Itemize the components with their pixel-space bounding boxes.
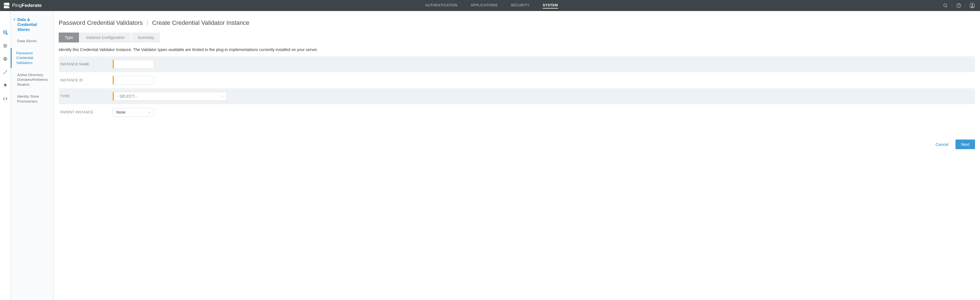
tools-icon[interactable] — [3, 70, 8, 75]
input-instance-name[interactable] — [113, 60, 154, 69]
sidebar-heading: Data & Credential Stores — [18, 17, 50, 32]
brand-name: PingFederate — [12, 3, 41, 8]
chevron-down-icon — [148, 110, 151, 114]
next-button[interactable]: Next — [956, 139, 975, 149]
tab-summary[interactable]: Summary — [131, 32, 160, 43]
header-separator — [952, 3, 952, 8]
wizard-tabs: Type Instance Configuration Summary — [59, 32, 975, 43]
main-content: Password Credential Validators | Create … — [54, 11, 980, 300]
search-icon[interactable] — [942, 2, 949, 10]
svg-point-17 — [6, 70, 7, 71]
svg-point-13 — [6, 46, 6, 46]
brand-name-suffix: Federate — [22, 3, 41, 8]
icon-rail — [0, 11, 11, 300]
svg-point-12 — [4, 44, 5, 45]
help-icon[interactable] — [955, 2, 963, 10]
app-header: Ping PingFederate AUTHENTICATION APPLICA… — [0, 0, 980, 11]
tab-instance-configuration[interactable]: Instance Configuration — [80, 32, 130, 43]
app-body: Data & Credential Stores Data Stores Pas… — [0, 11, 980, 300]
cancel-button[interactable]: Cancel — [935, 142, 948, 147]
label-instance-name: INSTANCE NAME — [60, 62, 113, 66]
wizard-actions: Cancel Next — [59, 139, 975, 149]
nav-applications[interactable]: APPLICATIONS — [471, 3, 498, 8]
brand-name-prefix: Ping — [12, 3, 22, 8]
database-icon[interactable] — [3, 30, 8, 35]
form: INSTANCE NAME INSTANCE ID TYPE - SELECT … — [59, 56, 975, 120]
svg-point-5 — [972, 4, 973, 5]
sliders-icon[interactable] — [3, 43, 8, 48]
select-type[interactable]: - SELECT - — [113, 92, 227, 101]
input-instance-id[interactable] — [113, 76, 154, 85]
nav-security[interactable]: SECURITY — [511, 3, 530, 8]
code-icon[interactable] — [3, 96, 8, 102]
page-title: Password Credential Validators | Create … — [59, 19, 975, 27]
svg-point-16 — [3, 73, 4, 74]
label-type: TYPE — [60, 94, 113, 98]
row-instance-name: INSTANCE NAME — [59, 56, 975, 72]
select-parent-instance[interactable]: None — [113, 108, 154, 116]
user-icon[interactable] — [969, 2, 976, 10]
sidebar-item-password-validators[interactable]: Password Credential Validators — [11, 48, 53, 68]
sidebar-item-data-stores[interactable]: Data Stores — [11, 36, 53, 46]
chevron-down-icon — [220, 94, 224, 98]
svg-line-8 — [8, 35, 8, 35]
nav-authentication[interactable]: AUTHENTICATION — [425, 3, 457, 8]
sidebar-back-link[interactable]: Data & Credential Stores — [11, 17, 53, 34]
label-instance-id: INSTANCE ID — [60, 78, 113, 82]
row-parent-instance: PARENT INSTANCE None — [59, 104, 975, 120]
svg-point-6 — [3, 30, 6, 32]
brand: Ping PingFederate — [4, 3, 41, 8]
breadcrumb-parent: Password Credential Validators — [59, 19, 143, 27]
svg-line-1 — [946, 6, 947, 7]
nav-system[interactable]: SYSTEM — [543, 3, 558, 8]
tab-type[interactable]: Type — [59, 32, 79, 43]
sidebar: Data & Credential Stores Data Stores Pas… — [11, 11, 54, 300]
sidebar-item-identity-provisioners[interactable]: Identity Store Provisioners — [11, 91, 53, 107]
sidebar-item-ad-kerberos[interactable]: Active Directory Domains/Kerberos Realms — [11, 70, 53, 90]
svg-point-0 — [943, 4, 947, 7]
row-instance-id: INSTANCE ID — [59, 72, 975, 88]
breadcrumb-current: Create Credential Validator Instance — [152, 19, 249, 27]
svg-point-14 — [5, 46, 5, 48]
bell-icon[interactable] — [3, 83, 8, 88]
header-tools — [942, 2, 976, 10]
brand-logo: Ping — [4, 3, 10, 8]
label-parent-instance: PARENT INSTANCE — [60, 110, 113, 114]
select-type-value: - SELECT - — [117, 94, 137, 99]
svg-point-7 — [6, 33, 8, 35]
page-description: Identify this Credential Validator Insta… — [59, 48, 975, 52]
row-type: TYPE - SELECT - — [59, 88, 975, 104]
breadcrumb-separator: | — [146, 19, 148, 27]
top-nav: AUTHENTICATION APPLICATIONS SECURITY SYS… — [41, 3, 942, 8]
svg-point-15 — [5, 59, 6, 60]
gear-icon[interactable] — [3, 56, 8, 62]
select-parent-value: None — [116, 110, 126, 115]
